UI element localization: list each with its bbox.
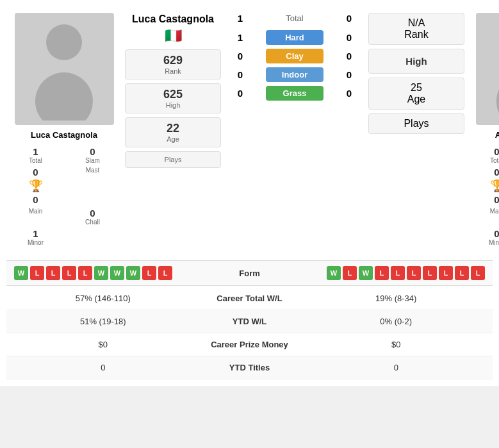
stats-p2-val: 0% (0-2) <box>307 317 486 326</box>
grass-row: 0 Grass 0 <box>224 86 365 101</box>
player1-avatar <box>15 13 114 125</box>
form-badge-p2: L <box>423 266 437 280</box>
indoor-row: 0 Indoor 0 <box>224 67 365 82</box>
player1-rank-lbl: Rank <box>128 67 218 75</box>
stats-row: 57% (146-110)Career Total W/L19% (8-34) <box>6 287 493 310</box>
hard-p1: 1 <box>231 32 250 43</box>
svg-point-1 <box>35 72 93 120</box>
stats-p1-val: 57% (146-110) <box>14 294 192 303</box>
indoor-badge: Indoor <box>266 67 323 82</box>
player2-card: Andres Haefele 0 Total 0 Slam 0 🏆 0 Mast <box>468 6 499 253</box>
total-p1-score: 1 <box>231 13 250 24</box>
player1-flag: 🇮🇹 <box>165 28 182 44</box>
player2-plays-lbl: Plays <box>372 118 461 129</box>
form-badge-p1: W <box>94 266 108 280</box>
player1-plays-box: Plays <box>125 151 221 168</box>
player2-main-value: 0 <box>494 194 499 205</box>
form-badge-p1: L <box>46 266 60 280</box>
player1-mast-stat: 0 🏆 0 <box>10 167 61 205</box>
player2-main-label-item: Main <box>471 208 499 226</box>
form-badge-p2: W <box>359 266 373 280</box>
player1-age-val: 22 <box>128 122 218 135</box>
grass-p2: 0 <box>339 88 359 99</box>
player2-trophy-icon: 🏆 <box>490 180 500 192</box>
top-section: Luca Castagnola 1 Total 0 Slam 0 🏆 0 Mas <box>6 6 493 253</box>
player1-total-value: 1 <box>33 146 38 157</box>
player1-mast-label-item: Mast <box>67 167 119 205</box>
player2-mast-value: 0 <box>494 167 499 178</box>
player1-minor-stat: 1 Minor <box>10 228 61 246</box>
player2-silhouette <box>487 18 499 120</box>
player2-total-stat: 0 Total <box>471 146 499 164</box>
player1-mast-value: 0 <box>33 167 38 178</box>
player2-stats: 0 Total 0 Slam 0 🏆 0 Mast Main <box>471 146 499 246</box>
form-badge-p2: L <box>471 266 485 280</box>
hard-p2: 0 <box>339 32 359 43</box>
player2-age-box: 25 Age <box>368 78 464 110</box>
stats-p2-val: 19% (8-34) <box>307 294 486 303</box>
form-badge-p2: L <box>407 266 421 280</box>
form-badge-p1: W <box>14 266 28 280</box>
clay-badge: Clay <box>266 49 323 63</box>
form-badge-p1: L <box>142 266 156 280</box>
player1-total-label: Total <box>29 157 42 164</box>
player1-main-value: 0 <box>33 194 38 205</box>
form-badge-p2: W <box>327 266 341 280</box>
form-left: WLLLLWWWLL <box>14 266 211 280</box>
indoor-p2: 0 <box>339 69 359 80</box>
clay-row: 0 Clay 0 <box>224 49 365 63</box>
player2-rank-val: N/A <box>372 17 461 29</box>
stats-center-label: Career Total W/L <box>192 294 307 303</box>
clay-p1: 0 <box>231 51 250 62</box>
player1-mast-label: Mast <box>86 167 100 174</box>
stats-p2-val: $0 <box>307 340 486 349</box>
player1-slam-value: 0 <box>90 146 95 157</box>
player2-rank-lbl: Rank <box>372 29 461 40</box>
player2-minor-value: 0 <box>494 228 499 239</box>
player1-high-box: 625 High <box>125 83 221 113</box>
player1-slam-label: Slam <box>85 157 100 164</box>
stats-row: 51% (19-18)YTD W/L0% (0-2) <box>6 310 493 333</box>
form-right: WLWLLLLLLL <box>288 266 486 280</box>
stats-p2-val: 0 <box>307 363 486 372</box>
player2-avatar <box>476 13 500 125</box>
form-badge-p2: L <box>455 266 469 280</box>
total-p2-score: 0 <box>339 13 359 24</box>
player1-rank-box: 629 Rank <box>125 49 221 79</box>
form-badge-p1: W <box>126 266 140 280</box>
form-badge-p1: L <box>78 266 92 280</box>
total-row: 1 Total 0 <box>224 13 365 24</box>
surface-section: 1 Total 0 1 Hard 0 0 Clay 0 0 Indoor 0 <box>224 6 365 253</box>
player1-chall-stat: 0 Chall <box>67 208 119 226</box>
player1-rank-val: 629 <box>128 54 218 67</box>
svg-point-3 <box>496 72 499 120</box>
player2-name: Andres Haefele <box>495 130 499 140</box>
player2-plays-box: Plays <box>368 113 464 134</box>
stats-p1-val: 51% (19-18) <box>14 317 192 326</box>
form-label: Form <box>211 269 288 278</box>
player1-trophy-icon: 🏆 <box>29 180 43 192</box>
player2-high-lbl: High <box>372 56 461 67</box>
form-badge-p2: L <box>343 266 357 280</box>
player1-plays-lbl: Plays <box>128 156 218 163</box>
player1-minor-value: 1 <box>33 228 38 239</box>
stats-center-label: YTD Titles <box>192 363 307 372</box>
stats-center-label: Career Prize Money <box>192 340 307 349</box>
player2-rank-box: N/A Rank <box>368 13 464 45</box>
player1-name: Luca Castagnola <box>31 130 97 140</box>
total-label: Total <box>286 13 303 23</box>
player1-high-val: 625 <box>128 88 218 101</box>
hard-row: 1 Hard 0 <box>224 30 365 45</box>
stats-p1-val: 0 <box>14 363 192 372</box>
stats-p1-val: $0 <box>14 340 192 349</box>
player2-total-label: Total <box>490 157 499 164</box>
form-badge-p2: L <box>439 266 453 280</box>
stats-row: $0Career Prize Money$0 <box>6 333 493 356</box>
stats-rows-container: 57% (146-110)Career Total W/L19% (8-34)5… <box>6 287 493 379</box>
player2-high-box: High <box>368 49 464 74</box>
stats-center-label: YTD W/L <box>192 317 307 326</box>
player2-center-panel: N/A Rank High 25 Age Plays <box>365 6 468 253</box>
player1-slam-stat: 0 Slam <box>67 146 119 164</box>
form-badge-p2: L <box>375 266 389 280</box>
player1-main-label-item: Main <box>10 208 61 226</box>
